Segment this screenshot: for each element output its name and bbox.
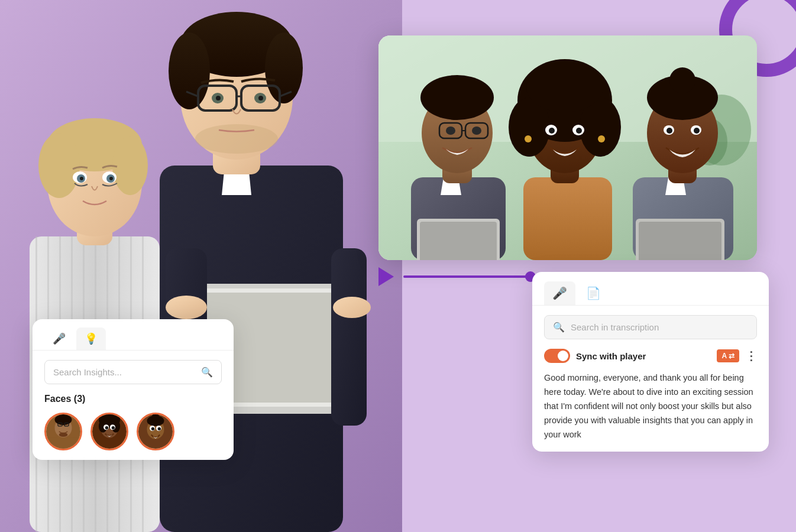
insights-tabs: 🎤 💡 [33, 319, 234, 351]
video-people-svg [378, 35, 757, 260]
insights-tab-lightbulb[interactable]: 💡 [76, 327, 106, 350]
insights-mic-icon: 🎤 [53, 332, 66, 345]
transcription-tabs: 🎤 📄 [532, 272, 769, 306]
insights-tab-mic[interactable]: 🎤 [44, 327, 74, 350]
svg-point-73 [549, 128, 555, 134]
svg-point-82 [669, 67, 695, 93]
svg-point-91 [55, 414, 72, 425]
insights-lightbulb-icon: 💡 [85, 332, 98, 345]
faces-section-label: Faces (3) [44, 394, 222, 404]
transcription-panel: 🎤 📄 🔍 Search in transcription Sync with … [532, 272, 769, 452]
svg-point-16 [38, 133, 80, 198]
translate-icon: ⇄ [729, 352, 734, 360]
svg-point-56 [420, 75, 494, 120]
svg-rect-95 [46, 438, 80, 449]
play-button[interactable] [378, 267, 394, 286]
face-avatar-2[interactable] [90, 413, 128, 450]
svg-point-75 [525, 135, 532, 142]
svg-point-86 [694, 128, 700, 134]
insights-body: Search Insights... 🔍 Faces (3) [33, 351, 234, 460]
insights-search-placeholder: Search Insights... [53, 367, 195, 377]
sync-toggle[interactable] [544, 349, 570, 363]
svg-point-22 [80, 177, 83, 180]
tab-microphone[interactable]: 🎤 [544, 281, 575, 305]
sync-label: Sync with player [576, 351, 711, 361]
more-button[interactable]: ⋮ [745, 349, 757, 363]
face-avatar-1[interactable] [44, 413, 82, 450]
svg-point-29 [169, 33, 210, 109]
svg-point-23 [109, 177, 113, 180]
face-avatar-3[interactable] [137, 413, 174, 450]
video-card [378, 35, 757, 260]
insights-search-icon[interactable]: 🔍 [201, 366, 213, 378]
transcript-text: Good morning, everyone, and thank you al… [544, 371, 757, 442]
svg-rect-63 [420, 222, 497, 260]
svg-rect-45 [331, 248, 367, 426]
svg-point-85 [666, 128, 672, 134]
toggle-knob [558, 351, 568, 361]
insights-panel: 🎤 💡 Search Insights... 🔍 Faces (3) [33, 319, 234, 460]
tab-document[interactable]: 📄 [578, 281, 609, 305]
svg-point-39 [216, 96, 221, 100]
svg-point-30 [265, 33, 303, 103]
svg-point-74 [576, 128, 582, 134]
insights-search-box[interactable]: Search Insights... 🔍 [44, 360, 222, 384]
faces-row [44, 413, 222, 450]
translate-label: A [721, 352, 726, 360]
translate-button[interactable]: A ⇄ [717, 349, 739, 362]
svg-point-108 [152, 413, 160, 421]
svg-rect-64 [523, 177, 612, 260]
svg-point-76 [598, 135, 605, 142]
video-content [378, 35, 757, 260]
doc-icon: 📄 [586, 286, 601, 300]
sync-row: Sync with player A ⇄ ⋮ [544, 349, 757, 363]
transcription-search-placeholder: Search in transcription [571, 322, 659, 332]
mic-icon: 🎤 [552, 286, 567, 300]
svg-point-70 [526, 63, 603, 112]
svg-point-61 [472, 126, 481, 135]
transcription-body: 🔍 Search in transcription Sync with play… [532, 306, 769, 452]
svg-point-112 [158, 427, 161, 430]
svg-point-40 [258, 96, 263, 100]
svg-point-111 [151, 427, 154, 430]
svg-point-104 [112, 426, 115, 429]
search-icon: 🔍 [553, 322, 565, 333]
svg-point-46 [166, 296, 207, 319]
svg-rect-88 [639, 222, 721, 260]
svg-point-103 [105, 426, 108, 429]
svg-point-60 [446, 126, 455, 135]
svg-point-17 [112, 136, 148, 195]
svg-point-31 [195, 124, 278, 154]
svg-point-47 [333, 297, 371, 318]
transcription-search-box[interactable]: 🔍 Search in transcription [544, 315, 757, 339]
